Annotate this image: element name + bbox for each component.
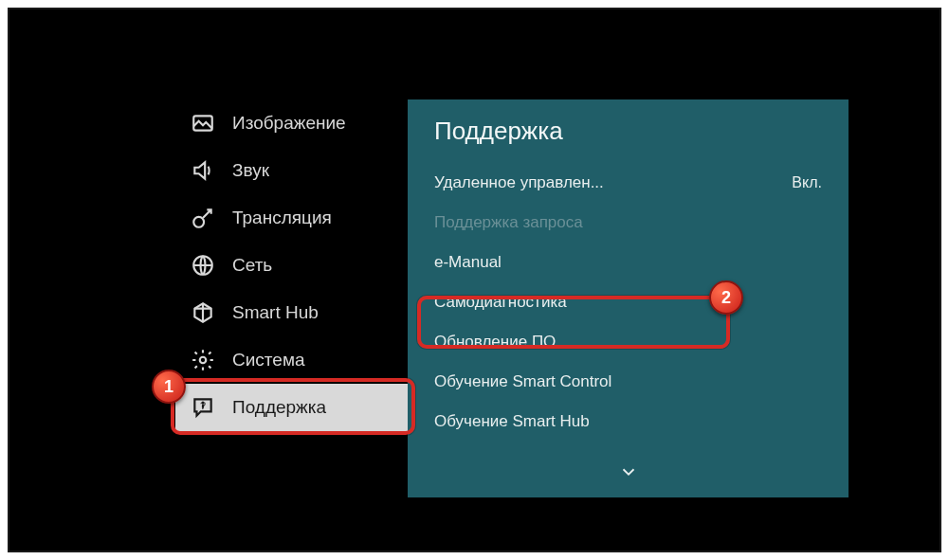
broadcast-icon (189, 204, 217, 232)
panel-item-label: Обучение Smart Control (434, 372, 611, 391)
svg-point-1 (193, 217, 204, 227)
panel-item-remote-management[interactable]: Удаленное управлен... Вкл. (434, 163, 822, 203)
sidebar-item-system[interactable]: Система (175, 336, 408, 384)
panel-item-smart-hub-tutorial[interactable]: Обучение Smart Hub (434, 402, 822, 442)
panel-item-value: Вкл. (792, 174, 822, 191)
tv-screen: Изображение Звук Трансляция Сеть (8, 8, 941, 552)
svg-text:?: ? (200, 400, 206, 411)
sidebar-item-label: Сеть (232, 255, 272, 276)
sidebar-item-label: Звук (232, 160, 269, 181)
chevron-down-icon[interactable] (618, 461, 639, 486)
picture-icon (189, 109, 217, 137)
panel-item-label: Самодиагностика (434, 293, 567, 312)
svg-point-3 (200, 357, 207, 364)
smarthub-icon (189, 298, 217, 327)
panel-item-label: Обучение Smart Hub (434, 412, 590, 431)
sidebar-item-network[interactable]: Сеть (175, 242, 408, 289)
panel-item-label: Удаленное управлен... (434, 173, 604, 192)
panel-item-label: e-Manual (434, 253, 502, 272)
sidebar-item-label: Изображение (232, 113, 346, 134)
panel-item-emanual[interactable]: e-Manual (434, 243, 822, 282)
sidebar-item-label: Поддержка (232, 397, 326, 418)
sidebar-item-broadcast[interactable]: Трансляция (175, 194, 408, 242)
settings-menu: Изображение Звук Трансляция Сеть (175, 99, 849, 497)
panel-item-request-support: Поддержка запроса (434, 203, 822, 243)
sound-icon (189, 156, 217, 185)
panel-item-smart-control-tutorial[interactable]: Обучение Smart Control (434, 362, 822, 402)
panel-list: Удаленное управлен... Вкл. Поддержка зап… (408, 163, 849, 442)
sidebar-item-label: Smart Hub (232, 302, 319, 323)
sidebar-item-smarthub[interactable]: Smart Hub (175, 289, 408, 336)
sidebar-item-picture[interactable]: Изображение (175, 99, 408, 147)
system-icon (189, 346, 217, 374)
sidebar-item-label: Система (232, 350, 305, 370)
panel-item-self-diagnosis[interactable]: Самодиагностика (434, 282, 822, 322)
network-icon (189, 251, 217, 280)
panel-item-label: Обновление ПО (434, 333, 556, 352)
panel-item-label: Поддержка запроса (434, 213, 583, 232)
panel-item-software-update[interactable]: Обновление ПО (434, 322, 822, 362)
sidebar-item-label: Трансляция (232, 208, 332, 228)
sidebar-item-support[interactable]: ? Поддержка (175, 384, 408, 431)
settings-sidebar: Изображение Звук Трансляция Сеть (175, 99, 408, 497)
support-icon: ? (189, 393, 217, 422)
sidebar-item-sound[interactable]: Звук (175, 147, 408, 194)
support-panel: Поддержка Удаленное управлен... Вкл. Под… (408, 99, 849, 497)
panel-title: Поддержка (408, 99, 849, 163)
